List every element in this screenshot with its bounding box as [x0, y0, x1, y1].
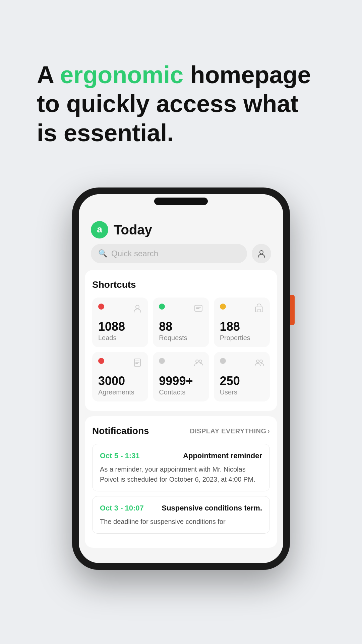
notif-1-body: As a reminder, your appointment with Mr.… — [100, 464, 262, 484]
users-icon — [254, 358, 264, 370]
chevron-right-icon: › — [268, 428, 270, 435]
app-header-title: Today — [114, 222, 152, 237]
agreements-icon — [133, 358, 142, 370]
shortcut-card-agreements[interactable]: 3000 Agreements — [92, 352, 148, 401]
leads-icon — [133, 304, 142, 315]
contacts-count: 9999+ — [159, 375, 203, 387]
leads-status-dot — [98, 304, 104, 310]
shortcuts-section: Shortcuts 1088 Leads — [85, 270, 277, 411]
notification-card-1[interactable]: Oct 5 - 1:31 Appointment reminder As a r… — [92, 444, 270, 491]
notification-card-2[interactable]: Oct 3 - 10:07 Suspensive conditions term… — [92, 496, 270, 534]
requests-icon — [194, 304, 203, 315]
agreements-status-dot — [98, 358, 104, 364]
requests-count: 88 — [159, 321, 203, 333]
app-header: a Today — [79, 214, 283, 244]
svg-rect-6 — [258, 309, 260, 312]
notifications-section: Notifications DISPLAY EVERYTHING › Oct 5… — [85, 416, 277, 548]
hero-title: A ergonomic homepage to quickly access w… — [37, 60, 325, 147]
users-count: 250 — [220, 375, 264, 387]
requests-label: Requests — [159, 334, 203, 342]
phone-mockup: a Today 🔍 Quick search — [72, 187, 290, 570]
agreements-label: Agreements — [98, 388, 142, 396]
shortcut-card-requests[interactable]: 88 Requests — [153, 298, 209, 347]
hero-title-before: A — [37, 61, 60, 88]
notif-2-date: Oct 3 - 10:07 — [100, 504, 144, 513]
hero-title-accent: ergonomic — [60, 61, 183, 88]
svg-point-9 — [199, 360, 202, 363]
contacts-label: Contacts — [159, 388, 203, 396]
search-placeholder-text: Quick search — [111, 249, 158, 258]
svg-point-2 — [260, 251, 263, 254]
requests-status-dot — [159, 304, 165, 310]
hero-section: A ergonomic homepage to quickly access w… — [0, 0, 362, 167]
notif-1-date: Oct 5 - 1:31 — [100, 451, 140, 460]
properties-count: 188 — [220, 321, 264, 333]
shortcut-card-contacts[interactable]: 9999+ Contacts — [153, 352, 209, 401]
properties-icon — [254, 304, 264, 315]
properties-label: Properties — [220, 334, 264, 342]
notif-2-type: Suspensive conditions term. — [162, 504, 262, 513]
app-logo-icon: a — [91, 221, 108, 238]
notifications-title: Notifications — [92, 426, 149, 436]
leads-label: Leads — [98, 334, 142, 342]
svg-point-3 — [136, 305, 139, 309]
shortcut-card-users[interactable]: 250 Users — [214, 352, 270, 401]
search-icon: 🔍 — [98, 249, 107, 258]
phone-screen: a Today 🔍 Quick search — [79, 194, 283, 563]
users-label: Users — [220, 388, 264, 396]
display-all-button[interactable]: DISPLAY EVERYTHING › — [190, 427, 270, 435]
svg-text:a: a — [97, 224, 102, 234]
svg-point-11 — [260, 360, 262, 363]
notif-2-body: The deadline for suspensive conditions f… — [100, 517, 262, 527]
properties-status-dot — [220, 304, 226, 310]
display-all-label: DISPLAY EVERYTHING — [190, 427, 266, 435]
app-content: a Today 🔍 Quick search — [79, 194, 283, 548]
shortcut-card-leads[interactable]: 1088 Leads — [92, 298, 148, 347]
leads-count: 1088 — [98, 321, 142, 333]
contacts-status-dot — [159, 358, 165, 364]
shortcut-card-properties[interactable]: 188 Properties — [214, 298, 270, 347]
shortcuts-grid: 1088 Leads 88 Requ — [92, 298, 270, 401]
search-row: 🔍 Quick search — [79, 244, 283, 270]
notifications-header: Notifications DISPLAY EVERYTHING › — [92, 426, 270, 436]
profile-icon — [257, 249, 266, 258]
contacts-icon — [194, 358, 203, 370]
search-bar[interactable]: 🔍 Quick search — [91, 244, 247, 263]
notif-1-type: Appointment reminder — [183, 451, 262, 460]
shortcuts-title: Shortcuts — [92, 279, 270, 290]
svg-point-10 — [256, 360, 259, 363]
agreements-count: 3000 — [98, 375, 142, 387]
users-status-dot — [220, 358, 226, 364]
profile-button[interactable] — [252, 244, 271, 263]
phone-shell: a Today 🔍 Quick search — [72, 187, 290, 570]
svg-point-8 — [196, 360, 198, 363]
